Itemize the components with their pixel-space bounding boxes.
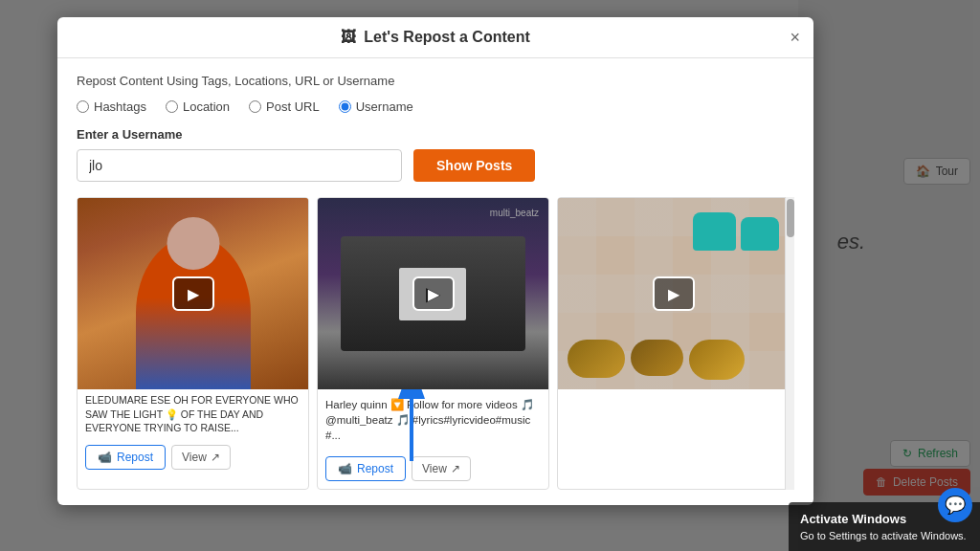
scrollbar[interactable] xyxy=(785,197,794,490)
external-link-icon-1: ↗ xyxy=(211,451,220,464)
close-button[interactable]: × xyxy=(790,29,800,46)
repost-button-1[interactable]: 📹 Repost xyxy=(85,445,166,470)
blue-circle-button[interactable]: 💬 xyxy=(938,488,972,522)
post-caption-1: ELEDUMARE ESE OH FOR EVERYONE WHO SAW TH… xyxy=(78,389,308,439)
post-card-3: ▶ xyxy=(557,197,790,490)
chat-icon: 💬 xyxy=(945,495,966,516)
image-icon: 🖼 xyxy=(341,29,356,46)
modal-header: 🖼 Let's Repost a Content × xyxy=(57,17,813,58)
view-button-1[interactable]: View ↗ xyxy=(171,445,231,470)
repost-icon-2: 📹 xyxy=(338,462,352,475)
play-icon-2: ▶ xyxy=(412,276,455,311)
post-image-3: ▶ xyxy=(558,198,789,389)
post-image-1: ▶ xyxy=(78,198,308,389)
radio-username[interactable]: Username xyxy=(339,99,413,114)
input-row: Show Posts xyxy=(77,149,794,182)
post-actions-1: 📹 Repost View ↗ xyxy=(78,439,308,477)
play-icon-1: ▶ xyxy=(172,276,214,311)
scroll-thumb xyxy=(787,199,794,237)
radio-hashtags[interactable]: Hashtags xyxy=(77,99,146,114)
post-image-2: ▶ multi_beatz ▶ xyxy=(318,198,548,389)
arrow-annotation xyxy=(383,389,440,470)
username-input[interactable] xyxy=(77,149,402,182)
radio-location[interactable]: Location xyxy=(166,99,230,114)
radio-group: Hashtags Location Post URL Username xyxy=(77,99,794,114)
radio-post-url[interactable]: Post URL xyxy=(249,99,320,114)
input-label: Enter a Username xyxy=(77,127,794,142)
windows-activate-subtitle: Go to Settings to activate Windows. xyxy=(800,530,969,541)
external-link-icon-2: ↗ xyxy=(451,462,460,475)
repost-icon-1: 📹 xyxy=(98,451,112,464)
post-card-1: ▶ ELEDUMARE ESE OH FOR EVERYONE WHO SAW … xyxy=(77,197,309,490)
subtitle: Repost Content Using Tags, Locations, UR… xyxy=(77,74,794,88)
modal-title: 🖼 Let's Repost a Content xyxy=(341,29,530,46)
show-posts-button[interactable]: Show Posts xyxy=(413,149,535,182)
play-icon-3: ▶ xyxy=(653,276,695,311)
